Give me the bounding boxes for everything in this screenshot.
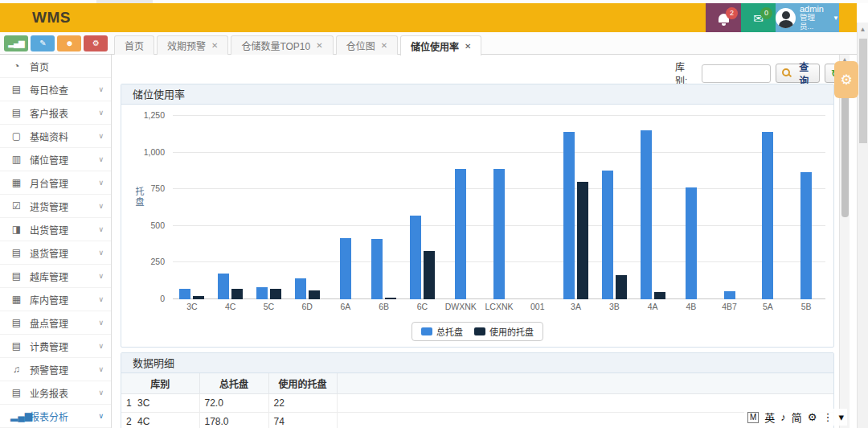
bar-chart: 托盘 02505007501,0001,250 3C4C5C6D6A6B6CDW… bbox=[121, 105, 833, 348]
sidebar-item-1[interactable]: ▤每日检查∨ bbox=[0, 78, 111, 101]
sidebar-item-label: 预警管理 bbox=[30, 363, 68, 377]
bar-used bbox=[424, 251, 435, 299]
ime-item[interactable]: ⋮ bbox=[822, 411, 833, 423]
browser-scroll-up-icon[interactable]: ▲ bbox=[858, 26, 868, 33]
tab-4[interactable]: 储位使用率✕ bbox=[400, 35, 481, 56]
ime-item[interactable]: 简 bbox=[792, 409, 802, 425]
sidebar-item-15[interactable]: ▂▄▆报表分析∨ bbox=[0, 405, 111, 428]
notifications-bell-button[interactable]: 2 bbox=[706, 3, 741, 32]
sidebar-item-10[interactable]: ▦库内管理∨ bbox=[0, 288, 111, 311]
sidebar-item-2[interactable]: ▤客户报表∨ bbox=[0, 101, 111, 125]
bar-used bbox=[309, 290, 320, 299]
chevron-down-icon: ∨ bbox=[98, 179, 104, 187]
app-header: WMS 2 ✉ 0 admin 管理员... ▼ bbox=[0, 3, 857, 32]
ime-item[interactable]: M bbox=[747, 412, 759, 423]
sidebar-item-label: 计费管理 bbox=[30, 340, 68, 353]
chevron-down-icon: ∨ bbox=[98, 85, 104, 93]
legend-item[interactable]: 使用的托盘 bbox=[474, 325, 534, 338]
bar-chart-icon: ▂▄▆ bbox=[10, 410, 23, 422]
x-tick-label: 5B bbox=[787, 302, 825, 311]
sidebar-item-3[interactable]: ▢基础资料∨ bbox=[0, 125, 111, 148]
bar-group-3A bbox=[557, 116, 596, 299]
messages-button[interactable]: ✉ 0 bbox=[741, 3, 776, 32]
sidebar-item-9[interactable]: ▤越库管理∨ bbox=[0, 265, 111, 288]
search-button[interactable]: 查询 bbox=[776, 64, 820, 83]
tab-0[interactable]: 首页 bbox=[114, 35, 154, 55]
sidebar-item-label: 出货管理 bbox=[30, 223, 68, 237]
settings-flap-button[interactable]: ⚙ bbox=[834, 61, 858, 98]
user-role: 管理员... bbox=[800, 14, 827, 31]
pencil-button[interactable]: ✎ bbox=[31, 35, 55, 51]
x-tick-label: LCXNK bbox=[480, 302, 518, 311]
sidebar-item-11[interactable]: ▤盘点管理∨ bbox=[0, 311, 111, 335]
sidebar-item-label: 进货管理 bbox=[30, 200, 68, 213]
content-scrollbar[interactable]: ▲ bbox=[839, 55, 850, 428]
x-tick-label: 001 bbox=[518, 302, 557, 311]
tab-close-icon[interactable]: ✕ bbox=[381, 41, 387, 50]
sidebar-item-8[interactable]: ▤退货管理∨ bbox=[0, 241, 111, 265]
app-title: WMS bbox=[32, 9, 71, 27]
sidebar-item-4[interactable]: ▥储位管理∨ bbox=[0, 148, 111, 171]
tab-1[interactable]: 效期预警✕ bbox=[157, 35, 228, 55]
x-tick-label: 5C bbox=[250, 302, 289, 311]
legend-label: 使用的托盘 bbox=[489, 325, 534, 338]
sidebar-item-5[interactable]: ▦月台管理∨ bbox=[0, 171, 111, 195]
avatar bbox=[776, 8, 796, 28]
data-table: 库别总托盘使用的托盘 13C72.02224C178.074 bbox=[121, 373, 833, 428]
sidebar-item-12[interactable]: ▤计费管理∨ bbox=[0, 335, 111, 358]
list-icon: ▤ bbox=[10, 340, 23, 352]
list-icon: ▤ bbox=[10, 270, 23, 282]
bar-used bbox=[616, 275, 627, 299]
list-icon: ▤ bbox=[10, 387, 23, 398]
ime-toolbar[interactable]: M英♪简⚙⋮▾ bbox=[744, 409, 847, 426]
chart-panel-title: 储位使用率 bbox=[121, 84, 833, 105]
tab-close-icon[interactable]: ✕ bbox=[211, 41, 218, 50]
x-tick-label: 6D bbox=[288, 302, 326, 311]
tab-3[interactable]: 仓位图✕ bbox=[336, 35, 398, 55]
sidebar-nav: ◔首页▤每日检查∨▤客户报表∨▢基础资料∨▥储位管理∨▦月台管理∨☑进货管理∨◨… bbox=[0, 55, 112, 428]
user-menu[interactable]: admin 管理员... ▼ bbox=[776, 3, 839, 32]
sidebar-item-0[interactable]: ◔首页 bbox=[0, 55, 111, 78]
x-tick-label: 6C bbox=[403, 302, 442, 311]
chart-button[interactable]: ▂▄▆ bbox=[4, 35, 28, 51]
ime-item[interactable]: 英 bbox=[764, 409, 775, 425]
chart-legend: 总托盘使用的托盘 bbox=[411, 322, 543, 341]
building-icon: ▥ bbox=[10, 154, 23, 165]
warehouse-filter-input[interactable] bbox=[702, 64, 771, 83]
bar-group-3B bbox=[595, 116, 633, 299]
browser-scrollbar[interactable]: ▲ bbox=[857, 23, 868, 428]
bar-group-4B bbox=[672, 116, 710, 299]
cogs-button[interactable]: ⚙ bbox=[84, 35, 108, 51]
sidebar-item-label: 首页 bbox=[30, 60, 49, 73]
ime-item[interactable]: ⚙ bbox=[808, 411, 817, 423]
table-row[interactable]: 24C178.074 bbox=[121, 412, 833, 428]
ime-item[interactable]: ♪ bbox=[780, 411, 786, 423]
bar-total bbox=[410, 216, 421, 299]
bar-group-3C bbox=[173, 116, 211, 299]
sidebar-item-6[interactable]: ☑进货管理∨ bbox=[0, 195, 111, 218]
film-icon: ▦ bbox=[10, 294, 23, 305]
chevron-down-icon: ∨ bbox=[98, 342, 104, 350]
bar-group-4B7 bbox=[710, 116, 749, 299]
tab-close-icon[interactable]: ✕ bbox=[316, 41, 322, 50]
sidebar-item-14[interactable]: ▤业务报表∨ bbox=[0, 381, 111, 405]
table-panel-title: 数据明细 bbox=[121, 353, 833, 373]
bar-total bbox=[455, 169, 466, 299]
browser-scrollbar-thumb[interactable] bbox=[859, 39, 867, 143]
sidebar-item-label: 基础资料 bbox=[30, 130, 68, 143]
sidebar-item-label: 退货管理 bbox=[30, 246, 68, 260]
tab-close-icon[interactable]: ✕ bbox=[465, 42, 471, 51]
table-row[interactable]: 13C72.022 bbox=[121, 393, 833, 412]
y-tick-label: 1,250 bbox=[144, 110, 165, 120]
tab-2[interactable]: 仓储数量TOP10✕ bbox=[231, 35, 333, 55]
ime-item[interactable]: ▾ bbox=[838, 411, 844, 423]
legend-item[interactable]: 总托盘 bbox=[421, 325, 463, 338]
bar-used bbox=[231, 289, 243, 299]
bar-used bbox=[577, 182, 588, 299]
sidebar-item-7[interactable]: ◨出货管理∨ bbox=[0, 218, 111, 241]
truck-icon: ◨ bbox=[10, 224, 23, 235]
x-tick-label: 3B bbox=[595, 302, 633, 311]
sidebar-item-label: 库内管理 bbox=[30, 293, 68, 307]
sidebar-item-13[interactable]: ♫预警管理∨ bbox=[0, 358, 111, 381]
users-button[interactable]: ☻ bbox=[57, 35, 81, 51]
